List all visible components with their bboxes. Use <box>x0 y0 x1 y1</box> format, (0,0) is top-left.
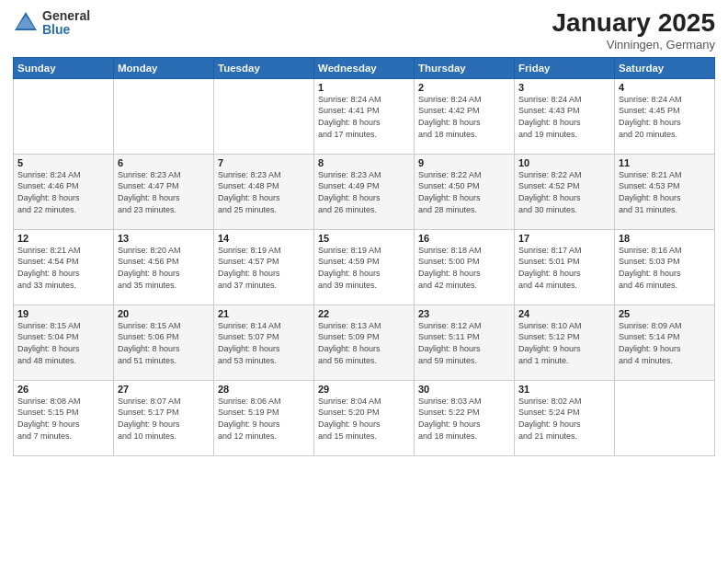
calendar-cell <box>214 78 314 154</box>
logo-general-text: General <box>42 9 90 23</box>
day-number: 4 <box>619 82 711 93</box>
day-info: Sunrise: 8:15 AM Sunset: 5:06 PM Dayligh… <box>118 320 210 366</box>
day-info: Sunrise: 8:09 AM Sunset: 5:14 PM Dayligh… <box>619 320 711 366</box>
day-number: 21 <box>218 308 310 319</box>
day-info: Sunrise: 8:22 AM Sunset: 4:52 PM Dayligh… <box>518 169 610 215</box>
calendar-cell: 13Sunrise: 8:20 AM Sunset: 4:56 PM Dayli… <box>114 229 214 304</box>
day-info: Sunrise: 8:06 AM Sunset: 5:19 PM Dayligh… <box>218 396 310 442</box>
calendar-cell: 12Sunrise: 8:21 AM Sunset: 4:54 PM Dayli… <box>14 229 114 304</box>
location-subtitle: Vinningen, Germany <box>552 38 715 52</box>
day-info: Sunrise: 8:19 AM Sunset: 4:59 PM Dayligh… <box>318 245 410 291</box>
day-info: Sunrise: 8:23 AM Sunset: 4:48 PM Dayligh… <box>218 169 310 215</box>
day-info: Sunrise: 8:13 AM Sunset: 5:09 PM Dayligh… <box>318 320 410 366</box>
day-number: 28 <box>218 384 310 395</box>
calendar-cell: 25Sunrise: 8:09 AM Sunset: 5:14 PM Dayli… <box>615 304 715 380</box>
calendar-cell: 29Sunrise: 8:04 AM Sunset: 5:20 PM Dayli… <box>314 380 415 455</box>
month-title: January 2025 <box>552 9 715 38</box>
calendar-cell: 19Sunrise: 8:15 AM Sunset: 5:04 PM Dayli… <box>14 304 114 380</box>
svg-marker-1 <box>17 16 35 29</box>
calendar-week-1: 1Sunrise: 8:24 AM Sunset: 4:41 PM Daylig… <box>14 78 715 154</box>
header-tuesday: Tuesday <box>214 57 314 78</box>
title-block: January 2025 Vinningen, Germany <box>552 9 715 52</box>
calendar-table: Sunday Monday Tuesday Wednesday Thursday… <box>13 57 715 456</box>
day-number: 25 <box>619 308 711 319</box>
page: General Blue January 2025 Vinningen, Ger… <box>0 0 728 563</box>
header-monday: Monday <box>114 57 214 78</box>
day-number: 3 <box>518 82 610 93</box>
calendar-cell: 28Sunrise: 8:06 AM Sunset: 5:19 PM Dayli… <box>214 380 314 455</box>
calendar-week-5: 26Sunrise: 8:08 AM Sunset: 5:15 PM Dayli… <box>14 380 715 455</box>
calendar-cell: 10Sunrise: 8:22 AM Sunset: 4:52 PM Dayli… <box>515 154 615 229</box>
day-number: 22 <box>318 308 410 319</box>
calendar-cell: 3Sunrise: 8:24 AM Sunset: 4:43 PM Daylig… <box>515 78 615 154</box>
logo: General Blue <box>13 9 90 38</box>
calendar-cell: 11Sunrise: 8:21 AM Sunset: 4:53 PM Dayli… <box>615 154 715 229</box>
day-number: 5 <box>17 157 109 168</box>
day-info: Sunrise: 8:24 AM Sunset: 4:45 PM Dayligh… <box>619 94 711 140</box>
header-wednesday: Wednesday <box>314 57 415 78</box>
calendar-cell: 9Sunrise: 8:22 AM Sunset: 4:50 PM Daylig… <box>415 154 515 229</box>
calendar-cell: 31Sunrise: 8:02 AM Sunset: 5:24 PM Dayli… <box>515 380 615 455</box>
day-number: 6 <box>118 157 210 168</box>
day-info: Sunrise: 8:12 AM Sunset: 5:11 PM Dayligh… <box>418 320 510 366</box>
calendar-cell: 5Sunrise: 8:24 AM Sunset: 4:46 PM Daylig… <box>14 154 114 229</box>
day-number: 24 <box>518 308 610 319</box>
day-info: Sunrise: 8:22 AM Sunset: 4:50 PM Dayligh… <box>418 169 510 215</box>
calendar-cell <box>615 380 715 455</box>
calendar-cell: 22Sunrise: 8:13 AM Sunset: 5:09 PM Dayli… <box>314 304 415 380</box>
day-info: Sunrise: 8:14 AM Sunset: 5:07 PM Dayligh… <box>218 320 310 366</box>
calendar-cell: 1Sunrise: 8:24 AM Sunset: 4:41 PM Daylig… <box>314 78 415 154</box>
day-number: 31 <box>518 384 610 395</box>
day-number: 15 <box>318 233 410 244</box>
day-info: Sunrise: 8:07 AM Sunset: 5:17 PM Dayligh… <box>118 396 210 442</box>
logo-icon <box>13 10 39 36</box>
day-number: 7 <box>218 157 310 168</box>
logo-blue-text: Blue <box>42 23 90 37</box>
day-number: 26 <box>17 384 109 395</box>
calendar-cell: 27Sunrise: 8:07 AM Sunset: 5:17 PM Dayli… <box>114 380 214 455</box>
header-sunday: Sunday <box>14 57 114 78</box>
calendar-cell: 17Sunrise: 8:17 AM Sunset: 5:01 PM Dayli… <box>515 229 615 304</box>
day-info: Sunrise: 8:02 AM Sunset: 5:24 PM Dayligh… <box>518 396 610 442</box>
calendar-cell: 20Sunrise: 8:15 AM Sunset: 5:06 PM Dayli… <box>114 304 214 380</box>
day-number: 14 <box>218 233 310 244</box>
calendar-cell: 23Sunrise: 8:12 AM Sunset: 5:11 PM Dayli… <box>415 304 515 380</box>
calendar-week-4: 19Sunrise: 8:15 AM Sunset: 5:04 PM Dayli… <box>14 304 715 380</box>
day-info: Sunrise: 8:24 AM Sunset: 4:42 PM Dayligh… <box>418 94 510 140</box>
calendar-cell: 15Sunrise: 8:19 AM Sunset: 4:59 PM Dayli… <box>314 229 415 304</box>
day-info: Sunrise: 8:24 AM Sunset: 4:46 PM Dayligh… <box>17 169 109 215</box>
logo-text: General Blue <box>42 9 90 38</box>
calendar-cell: 24Sunrise: 8:10 AM Sunset: 5:12 PM Dayli… <box>515 304 615 380</box>
calendar-week-3: 12Sunrise: 8:21 AM Sunset: 4:54 PM Dayli… <box>14 229 715 304</box>
day-number: 13 <box>118 233 210 244</box>
day-info: Sunrise: 8:18 AM Sunset: 5:00 PM Dayligh… <box>418 245 510 291</box>
day-number: 30 <box>418 384 510 395</box>
calendar-cell: 2Sunrise: 8:24 AM Sunset: 4:42 PM Daylig… <box>415 78 515 154</box>
weekday-header-row: Sunday Monday Tuesday Wednesday Thursday… <box>14 57 715 78</box>
header-saturday: Saturday <box>615 57 715 78</box>
day-number: 16 <box>418 233 510 244</box>
day-number: 20 <box>118 308 210 319</box>
day-info: Sunrise: 8:24 AM Sunset: 4:43 PM Dayligh… <box>518 94 610 140</box>
day-info: Sunrise: 8:23 AM Sunset: 4:49 PM Dayligh… <box>318 169 410 215</box>
day-info: Sunrise: 8:21 AM Sunset: 4:54 PM Dayligh… <box>17 245 109 291</box>
calendar-cell: 26Sunrise: 8:08 AM Sunset: 5:15 PM Dayli… <box>14 380 114 455</box>
header-friday: Friday <box>515 57 615 78</box>
day-info: Sunrise: 8:17 AM Sunset: 5:01 PM Dayligh… <box>518 245 610 291</box>
calendar-cell: 30Sunrise: 8:03 AM Sunset: 5:22 PM Dayli… <box>415 380 515 455</box>
day-number: 8 <box>318 157 410 168</box>
day-number: 1 <box>318 82 410 93</box>
calendar-week-2: 5Sunrise: 8:24 AM Sunset: 4:46 PM Daylig… <box>14 154 715 229</box>
day-info: Sunrise: 8:10 AM Sunset: 5:12 PM Dayligh… <box>518 320 610 366</box>
day-info: Sunrise: 8:03 AM Sunset: 5:22 PM Dayligh… <box>418 396 510 442</box>
day-number: 23 <box>418 308 510 319</box>
day-number: 29 <box>318 384 410 395</box>
day-number: 12 <box>17 233 109 244</box>
day-info: Sunrise: 8:19 AM Sunset: 4:57 PM Dayligh… <box>218 245 310 291</box>
calendar-cell: 14Sunrise: 8:19 AM Sunset: 4:57 PM Dayli… <box>214 229 314 304</box>
day-info: Sunrise: 8:08 AM Sunset: 5:15 PM Dayligh… <box>17 396 109 442</box>
calendar-cell <box>114 78 214 154</box>
day-number: 2 <box>418 82 510 93</box>
calendar-cell: 21Sunrise: 8:14 AM Sunset: 5:07 PM Dayli… <box>214 304 314 380</box>
day-info: Sunrise: 8:24 AM Sunset: 4:41 PM Dayligh… <box>318 94 410 140</box>
